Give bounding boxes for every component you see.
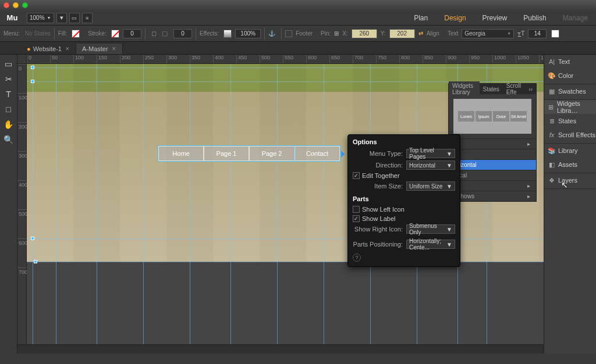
expand-icon: ▸ bbox=[527, 183, 530, 189]
text-color-swatch[interactable] bbox=[551, 30, 559, 38]
stroke-weight[interactable]: 0 bbox=[123, 29, 141, 38]
footer-checkbox[interactable] bbox=[285, 30, 292, 37]
direction-select[interactable]: Horizontal▼ bbox=[406, 160, 455, 170]
font-dropdown[interactable]: Georgia ▼ bbox=[462, 29, 514, 38]
menu-item-label: Contact bbox=[306, 150, 328, 157]
corner-radius[interactable]: 0 bbox=[173, 29, 192, 38]
crop-tool[interactable]: ✂ bbox=[2, 72, 16, 86]
chevron-down-icon: ▼ bbox=[446, 183, 452, 190]
document-tab-master[interactable]: A-Master ✕ bbox=[76, 44, 123, 54]
list-item[interactable]: rtical bbox=[449, 170, 536, 180]
menu-item-page1[interactable]: Page 1 bbox=[204, 146, 249, 161]
y-value[interactable]: 202 bbox=[389, 29, 415, 38]
menu-state-value[interactable]: No States bbox=[25, 30, 51, 37]
transform-icon[interactable]: ⇄ bbox=[418, 30, 423, 37]
align-label[interactable]: Align bbox=[427, 30, 439, 37]
canvas-area: 0501001502002503003504004505005506006507… bbox=[17, 55, 544, 354]
selection-handle[interactable] bbox=[31, 80, 34, 83]
topnav-design[interactable]: Design bbox=[436, 10, 474, 25]
panel-color[interactable]: 🎨Color bbox=[544, 69, 596, 83]
panel-label: Scroll Effects bbox=[558, 131, 595, 138]
divider bbox=[264, 28, 265, 40]
stroke-swatch[interactable] bbox=[111, 30, 119, 38]
font-value: Georgia bbox=[464, 30, 485, 37]
menu-item-page2[interactable]: Page 2 bbox=[249, 146, 295, 161]
arrange-icon: ▭ bbox=[72, 15, 77, 21]
fill-swatch[interactable] bbox=[72, 30, 80, 38]
close-window-button[interactable] bbox=[3, 2, 9, 8]
divider bbox=[281, 28, 282, 40]
selection-handle[interactable] bbox=[31, 66, 34, 69]
panel-library[interactable]: 📚Library bbox=[544, 144, 596, 158]
horizontal-scrollbar[interactable] bbox=[17, 344, 544, 354]
opacity[interactable]: 100% bbox=[235, 29, 261, 38]
tab-states[interactable]: States bbox=[480, 85, 503, 94]
hand-tool[interactable]: ✋ bbox=[2, 117, 16, 131]
parts-positioning-select[interactable]: Horizontally; Cente...▼ bbox=[406, 240, 455, 249]
menu-widget[interactable]: Home Page 1 Page 2 Contact bbox=[158, 145, 340, 162]
close-icon[interactable]: ✕ bbox=[112, 46, 116, 52]
guide bbox=[97, 64, 97, 354]
pin-label: Pin: bbox=[321, 30, 331, 37]
panel-swatches[interactable]: ▦Swatches bbox=[544, 84, 596, 98]
menu-type-select[interactable]: Top Level Pages▼ bbox=[406, 149, 455, 158]
pin-grid-icon[interactable]: ⊞ bbox=[334, 30, 339, 37]
topnav-preview[interactable]: Preview bbox=[474, 10, 516, 25]
list-item[interactable]: eshows▸ bbox=[449, 191, 536, 201]
flyout-button[interactable]: ▾ bbox=[56, 13, 67, 23]
show-right-icon-label: Show Right Icon: bbox=[353, 226, 406, 233]
anchor-icon[interactable]: ⚓ bbox=[268, 30, 278, 37]
topnav-plan[interactable]: Plan bbox=[406, 10, 436, 25]
item-size-label: Item Size: bbox=[353, 183, 406, 190]
guide bbox=[27, 262, 544, 262]
zoom-value: 100% bbox=[30, 15, 45, 21]
help-icon[interactable]: ? bbox=[353, 254, 361, 262]
tab-widgets-library[interactable]: Widgets Library bbox=[449, 81, 480, 97]
list-item-horizontal[interactable]: orizontal bbox=[449, 159, 536, 170]
minimize-window-button[interactable] bbox=[13, 2, 19, 8]
item-size-select[interactable]: Uniform Size▼ bbox=[406, 181, 455, 191]
states-icon: ≣ bbox=[548, 117, 556, 125]
selection-handle[interactable] bbox=[31, 237, 34, 240]
show-right-icon-select[interactable]: Submenus Only▼ bbox=[406, 224, 455, 234]
list-item[interactable]: ls▸ bbox=[449, 180, 536, 191]
x-label: X: bbox=[342, 30, 347, 37]
zoom-dropdown[interactable]: 100% ▼ bbox=[27, 13, 54, 23]
close-icon[interactable]: ✕ bbox=[65, 46, 70, 52]
footer-label: Footer bbox=[296, 30, 313, 37]
selection-tool[interactable]: ▭ bbox=[2, 57, 16, 71]
list-item[interactable]: ns▸ bbox=[449, 138, 536, 149]
rectangle-tool[interactable]: □ bbox=[2, 102, 16, 116]
layout-button[interactable]: ≡ bbox=[82, 13, 93, 23]
panel-layers[interactable]: ❖Layers bbox=[544, 173, 596, 187]
menu-item-home[interactable]: Home bbox=[158, 146, 204, 161]
panel-states[interactable]: ≣States bbox=[544, 114, 596, 128]
menu-label: Menu: bbox=[3, 30, 20, 37]
edit-together-checkbox[interactable] bbox=[353, 172, 360, 179]
list-item[interactable]: us bbox=[449, 149, 536, 159]
panel-assets[interactable]: ◧Assets bbox=[544, 158, 596, 172]
show-label-checkbox[interactable] bbox=[353, 215, 360, 222]
zoom-tool[interactable]: 🔍 bbox=[2, 133, 16, 147]
show-left-icon-checkbox[interactable] bbox=[353, 206, 360, 213]
font-size[interactable]: 14 bbox=[528, 29, 547, 38]
show-label-label: Show Label bbox=[362, 215, 396, 222]
app-bar: Mu 100% ▼ ▾ ▭ ≡ Plan Design Preview Publ… bbox=[0, 10, 596, 26]
selection-handle[interactable] bbox=[34, 260, 37, 263]
panel-widgets-library[interactable]: ⊞Widgets Libra… bbox=[544, 100, 596, 114]
panel-scroll-effects[interactable]: fxScroll Effects bbox=[544, 128, 596, 142]
menu-item-contact[interactable]: Contact bbox=[295, 146, 340, 161]
document-tab-website[interactable]: ● Website-1 ✕ bbox=[21, 44, 76, 54]
x-value[interactable]: 260 bbox=[352, 29, 377, 38]
corner-controls[interactable]: ◻ ▢ bbox=[149, 29, 170, 38]
maximize-window-button[interactable] bbox=[22, 2, 28, 8]
text-tool[interactable]: T bbox=[2, 87, 16, 101]
chevron-down-icon: ▼ bbox=[446, 162, 452, 169]
topnav-publish[interactable]: Publish bbox=[515, 10, 554, 25]
tab-scroll-effects[interactable]: Scroll Effe bbox=[503, 81, 525, 97]
effects-swatch[interactable] bbox=[224, 30, 232, 38]
arrange-button[interactable]: ▭ bbox=[69, 13, 80, 23]
direction-label: Direction: bbox=[353, 162, 406, 169]
collapse-icon[interactable]: ›› bbox=[525, 86, 536, 92]
panel-text[interactable]: A|Text bbox=[544, 55, 596, 69]
